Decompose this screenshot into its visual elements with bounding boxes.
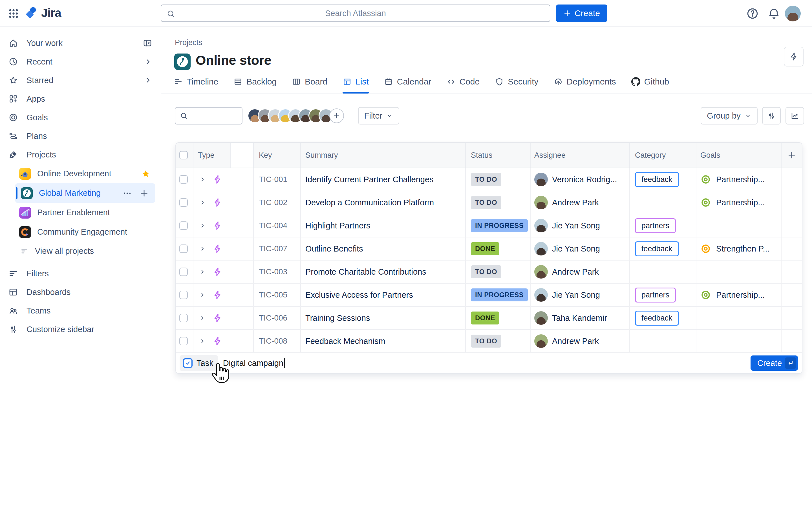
- chevron-right-icon[interactable]: [144, 76, 152, 84]
- status-badge[interactable]: TO DO: [471, 173, 501, 186]
- category-badge-feedback[interactable]: feedback: [635, 241, 679, 256]
- chevron-expand-icon[interactable]: [199, 338, 206, 344]
- status-badge[interactable]: DONE: [471, 242, 499, 255]
- sidebar-project-community-engagement[interactable]: Community Engagement: [0, 222, 161, 242]
- notifications-bell-icon[interactable]: [767, 7, 780, 20]
- list-search-field[interactable]: [175, 107, 243, 124]
- tab-board[interactable]: Board: [292, 70, 327, 94]
- table-row-TIC-003[interactable]: TIC-003Promote Charitable ContributionsT…: [176, 261, 802, 284]
- collapse-icon[interactable]: [143, 38, 152, 48]
- table-row-TIC-002[interactable]: TIC-002Develop a Communication PlatformT…: [176, 191, 802, 214]
- new-issue-summary-input[interactable]: Digital campaign: [223, 358, 285, 368]
- tab-github[interactable]: Github: [631, 70, 669, 94]
- issue-summary[interactable]: Identify Current Partner Challenges: [305, 175, 434, 184]
- table-row-TIC-004[interactable]: TIC-004Highlight PartnersIN PROGRESSJie …: [176, 214, 802, 237]
- chevron-expand-icon[interactable]: [199, 199, 206, 206]
- row-create-button[interactable]: Create: [751, 355, 798, 371]
- user-avatar[interactable]: [785, 6, 801, 21]
- tab-list[interactable]: List: [343, 70, 369, 94]
- chevron-expand-icon[interactable]: [199, 222, 206, 229]
- sidebar-item-recent[interactable]: Recent: [0, 52, 161, 71]
- column-header-status[interactable]: Status: [466, 143, 530, 168]
- sidebar-item-goals[interactable]: Goals: [0, 108, 161, 127]
- sidebar-item-plans[interactable]: Plans: [0, 127, 161, 145]
- table-row-TIC-001[interactable]: TIC-001Identify Current Partner Challeng…: [176, 168, 802, 191]
- tab-calendar[interactable]: Calendar: [384, 70, 432, 94]
- issue-summary[interactable]: Training Sessions: [305, 314, 370, 323]
- table-row-TIC-005[interactable]: TIC-005Exclusive Access for PartnersIN P…: [176, 284, 802, 307]
- status-badge[interactable]: TO DO: [471, 196, 501, 209]
- row-checkbox[interactable]: [179, 221, 188, 230]
- issue-type-selector[interactable]: Task: [180, 355, 218, 371]
- status-badge[interactable]: TO DO: [471, 265, 501, 278]
- sidebar-item-customize-sidebar[interactable]: Customize sidebar: [0, 320, 161, 339]
- issue-summary[interactable]: Outline Benefits: [305, 244, 363, 253]
- sidebar-item-apps[interactable]: Apps: [0, 90, 161, 108]
- row-checkbox[interactable]: [179, 268, 188, 276]
- add-column-icon[interactable]: [787, 151, 796, 160]
- create-button[interactable]: Create: [556, 4, 607, 22]
- star-filled-icon[interactable]: [141, 169, 151, 179]
- issue-summary[interactable]: Exclusive Access for Partners: [305, 290, 413, 300]
- sidebar-project-online-development[interactable]: Online Development: [0, 164, 161, 183]
- row-checkbox[interactable]: [179, 244, 188, 253]
- sidebar-item-projects[interactable]: Projects: [0, 145, 161, 164]
- sidebar-project-global-marketing[interactable]: Global Marketing: [15, 183, 155, 203]
- add-member-button[interactable]: [329, 108, 344, 123]
- plus-icon[interactable]: [139, 188, 149, 198]
- tab-security[interactable]: Security: [495, 70, 538, 94]
- chevron-expand-icon[interactable]: [199, 176, 206, 183]
- issue-summary[interactable]: Highlight Partners: [305, 221, 370, 230]
- column-header-category[interactable]: Category: [630, 143, 696, 168]
- table-row-TIC-007[interactable]: TIC-007Outline BenefitsDONEJie Yan Songf…: [176, 237, 802, 261]
- more-icon[interactable]: [122, 188, 132, 198]
- status-badge[interactable]: TO DO: [471, 335, 501, 348]
- table-row-TIC-008[interactable]: TIC-008Feedback MechanismTO DOAndrew Par…: [176, 330, 802, 353]
- category-badge-feedback[interactable]: feedback: [635, 172, 679, 187]
- row-checkbox[interactable]: [179, 314, 188, 322]
- group-by-button[interactable]: Group by: [701, 107, 758, 124]
- sidebar-project-partner-enablement[interactable]: Partner Enablement: [0, 203, 161, 222]
- select-all-checkbox[interactable]: [179, 151, 188, 159]
- chevron-expand-icon[interactable]: [199, 291, 206, 298]
- column-header-summary[interactable]: Summary: [301, 143, 466, 168]
- column-header-assignee[interactable]: Assignee: [530, 143, 630, 168]
- status-badge[interactable]: DONE: [471, 312, 499, 325]
- tab-timeline[interactable]: Timeline: [174, 70, 218, 94]
- filter-button[interactable]: Filter: [358, 107, 399, 124]
- help-icon[interactable]: [746, 7, 759, 20]
- sidebar-item-starred[interactable]: Starred: [0, 71, 161, 90]
- tab-backlog[interactable]: Backlog: [234, 70, 276, 94]
- tab-deployments[interactable]: Deployments: [554, 70, 616, 94]
- sidebar-item-teams[interactable]: Teams: [0, 301, 161, 320]
- insights-button[interactable]: [785, 107, 804, 124]
- column-header-goals[interactable]: Goals: [696, 143, 781, 168]
- chevron-expand-icon[interactable]: [199, 245, 206, 252]
- automation-button[interactable]: [784, 47, 804, 66]
- row-checkbox[interactable]: [179, 337, 188, 345]
- row-checkbox[interactable]: [179, 291, 188, 299]
- global-search[interactable]: [161, 4, 550, 22]
- global-search-input[interactable]: [161, 5, 550, 21]
- chevron-expand-icon[interactable]: [199, 269, 206, 275]
- issue-summary[interactable]: Promote Charitable Contributions: [305, 267, 426, 277]
- column-header-key[interactable]: Key: [254, 143, 301, 168]
- status-badge[interactable]: IN PROGRESS: [471, 288, 528, 301]
- inline-create-row[interactable]: Task Digital campaign Create: [176, 353, 802, 373]
- chevron-expand-icon[interactable]: [199, 315, 206, 321]
- row-checkbox[interactable]: [179, 175, 188, 184]
- sidebar-item-view-all-projects[interactable]: View all projects: [0, 242, 161, 260]
- category-badge-partners[interactable]: partners: [635, 218, 676, 233]
- category-badge-feedback[interactable]: feedback: [635, 311, 679, 326]
- app-switcher-icon[interactable]: [8, 8, 19, 19]
- category-badge-partners[interactable]: partners: [635, 288, 676, 302]
- table-row-TIC-006[interactable]: TIC-006Training SessionsDONETaha Kandemi…: [176, 307, 802, 330]
- tab-code[interactable]: Code: [447, 70, 480, 94]
- issue-summary[interactable]: Feedback Mechanism: [305, 337, 386, 346]
- issue-summary[interactable]: Develop a Communication Platform: [305, 198, 434, 207]
- sidebar-item-filters[interactable]: Filters: [0, 264, 161, 283]
- status-badge[interactable]: IN PROGRESS: [471, 219, 528, 232]
- sidebar-item-dashboards[interactable]: Dashboards: [0, 283, 161, 301]
- row-checkbox[interactable]: [179, 198, 188, 207]
- breadcrumb[interactable]: Projects: [175, 38, 202, 47]
